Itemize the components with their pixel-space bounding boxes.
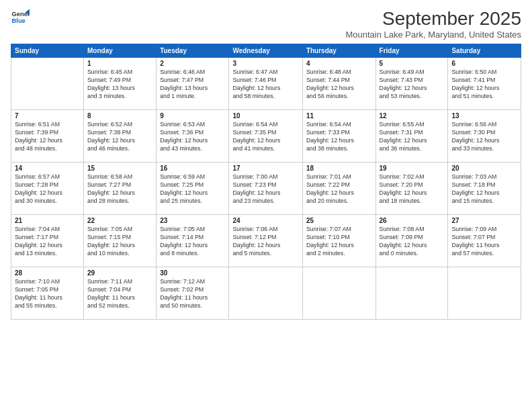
day-number: 8 <box>87 112 152 120</box>
week-row-3: 14Sunrise: 6:57 AM Sunset: 7:28 PM Dayli… <box>11 163 521 215</box>
cell-w2-d1: 7Sunrise: 6:51 AM Sunset: 7:39 PM Daylig… <box>11 110 84 163</box>
cell-w2-d5: 11Sunrise: 6:54 AM Sunset: 7:33 PM Dayli… <box>302 110 375 163</box>
day-info: Sunrise: 6:49 AM Sunset: 7:43 PM Dayligh… <box>380 68 445 101</box>
day-number: 13 <box>451 112 517 120</box>
logo: General Blue <box>11 8 30 27</box>
day-number: 16 <box>160 165 225 172</box>
header-row: Sunday Monday Tuesday Wednesday Thursday… <box>11 44 521 58</box>
day-number: 27 <box>451 217 517 224</box>
cell-w2-d2: 8Sunrise: 6:52 AM Sunset: 7:38 PM Daylig… <box>84 110 157 163</box>
day-info: Sunrise: 6:52 AM Sunset: 7:38 PM Dayligh… <box>87 121 152 153</box>
day-info: Sunrise: 6:45 AM Sunset: 7:49 PM Dayligh… <box>87 68 152 101</box>
day-number: 18 <box>306 165 372 172</box>
title-area: September 2025 Mountain Lake Park, Maryl… <box>345 8 521 40</box>
cell-w5-d4 <box>229 267 302 320</box>
cell-w1-d1 <box>11 58 84 110</box>
cell-w3-d5: 18Sunrise: 7:01 AM Sunset: 7:22 PM Dayli… <box>302 163 375 215</box>
day-info: Sunrise: 7:03 AM Sunset: 7:18 PM Dayligh… <box>451 173 517 205</box>
calendar-table: Sunday Monday Tuesday Wednesday Thursday… <box>11 44 521 320</box>
day-number: 4 <box>306 60 372 67</box>
day-number: 9 <box>160 112 225 120</box>
cell-w5-d6 <box>375 267 448 320</box>
col-tuesday: Tuesday <box>157 44 229 58</box>
day-info: Sunrise: 6:53 AM Sunset: 7:36 PM Dayligh… <box>160 121 225 153</box>
cell-w3-d2: 15Sunrise: 6:58 AM Sunset: 7:27 PM Dayli… <box>84 163 157 215</box>
week-row-2: 7Sunrise: 6:51 AM Sunset: 7:39 PM Daylig… <box>11 110 521 163</box>
logo-icon: General Blue <box>11 8 30 27</box>
day-info: Sunrise: 6:59 AM Sunset: 7:25 PM Dayligh… <box>160 173 225 205</box>
cell-w1-d7: 6Sunrise: 6:50 AM Sunset: 7:41 PM Daylig… <box>448 58 521 110</box>
day-info: Sunrise: 6:50 AM Sunset: 7:41 PM Dayligh… <box>451 68 517 101</box>
day-info: Sunrise: 6:55 AM Sunset: 7:31 PM Dayligh… <box>380 121 445 153</box>
day-info: Sunrise: 7:07 AM Sunset: 7:10 PM Dayligh… <box>306 226 372 258</box>
cell-w4-d4: 24Sunrise: 7:06 AM Sunset: 7:12 PM Dayli… <box>229 215 302 267</box>
day-info: Sunrise: 7:08 AM Sunset: 7:09 PM Dayligh… <box>380 226 445 258</box>
day-info: Sunrise: 6:51 AM Sunset: 7:39 PM Dayligh… <box>15 121 80 153</box>
day-number: 30 <box>160 269 225 277</box>
cell-w3-d1: 14Sunrise: 6:57 AM Sunset: 7:28 PM Dayli… <box>11 163 84 215</box>
day-number: 23 <box>160 217 225 224</box>
col-thursday: Thursday <box>302 44 375 58</box>
col-monday: Monday <box>84 44 157 58</box>
day-info: Sunrise: 6:54 AM Sunset: 7:33 PM Dayligh… <box>306 121 372 153</box>
day-number: 12 <box>380 112 445 120</box>
cell-w1-d2: 1Sunrise: 6:45 AM Sunset: 7:49 PM Daylig… <box>84 58 157 110</box>
day-number: 11 <box>306 112 372 120</box>
day-number: 2 <box>160 60 225 67</box>
cell-w3-d3: 16Sunrise: 6:59 AM Sunset: 7:25 PM Dayli… <box>157 163 229 215</box>
cell-w2-d3: 9Sunrise: 6:53 AM Sunset: 7:36 PM Daylig… <box>157 110 229 163</box>
day-info: Sunrise: 7:02 AM Sunset: 7:20 PM Dayligh… <box>380 173 445 205</box>
cell-w1-d3: 2Sunrise: 6:46 AM Sunset: 7:47 PM Daylig… <box>157 58 229 110</box>
day-number: 28 <box>15 269 80 277</box>
day-number: 5 <box>380 60 445 67</box>
cell-w3-d7: 20Sunrise: 7:03 AM Sunset: 7:18 PM Dayli… <box>448 163 521 215</box>
col-friday: Friday <box>375 44 448 58</box>
cell-w4-d1: 21Sunrise: 7:04 AM Sunset: 7:17 PM Dayli… <box>11 215 84 267</box>
svg-text:Blue: Blue <box>12 17 26 24</box>
cell-w2-d4: 10Sunrise: 6:54 AM Sunset: 7:35 PM Dayli… <box>229 110 302 163</box>
cell-w4-d2: 22Sunrise: 7:05 AM Sunset: 7:15 PM Dayli… <box>84 215 157 267</box>
day-number: 24 <box>232 217 298 224</box>
day-info: Sunrise: 7:01 AM Sunset: 7:22 PM Dayligh… <box>306 173 372 205</box>
day-number: 20 <box>451 165 517 172</box>
cell-w5-d5 <box>302 267 375 320</box>
day-number: 1 <box>87 60 152 67</box>
day-number: 25 <box>306 217 372 224</box>
cell-w2-d7: 13Sunrise: 6:56 AM Sunset: 7:30 PM Dayli… <box>448 110 521 163</box>
day-info: Sunrise: 7:10 AM Sunset: 7:05 PM Dayligh… <box>15 278 80 310</box>
day-info: Sunrise: 6:46 AM Sunset: 7:47 PM Dayligh… <box>160 68 225 101</box>
week-row-4: 21Sunrise: 7:04 AM Sunset: 7:17 PM Dayli… <box>11 215 521 267</box>
col-saturday: Saturday <box>448 44 521 58</box>
day-info: Sunrise: 6:54 AM Sunset: 7:35 PM Dayligh… <box>232 121 298 153</box>
day-info: Sunrise: 7:09 AM Sunset: 7:07 PM Dayligh… <box>451 226 517 258</box>
day-info: Sunrise: 6:58 AM Sunset: 7:27 PM Dayligh… <box>87 173 152 205</box>
day-info: Sunrise: 6:57 AM Sunset: 7:28 PM Dayligh… <box>15 173 80 205</box>
day-number: 26 <box>380 217 445 224</box>
day-info: Sunrise: 6:56 AM Sunset: 7:30 PM Dayligh… <box>451 121 517 153</box>
location-subtitle: Mountain Lake Park, Maryland, United Sta… <box>345 30 521 40</box>
cell-w1-d4: 3Sunrise: 6:47 AM Sunset: 7:46 PM Daylig… <box>229 58 302 110</box>
col-wednesday: Wednesday <box>229 44 302 58</box>
day-info: Sunrise: 7:11 AM Sunset: 7:04 PM Dayligh… <box>87 278 152 310</box>
day-number: 29 <box>87 269 152 277</box>
calendar-page: General Blue September 2025 Mountain Lak… <box>0 0 532 411</box>
cell-w5-d1: 28Sunrise: 7:10 AM Sunset: 7:05 PM Dayli… <box>11 267 84 320</box>
day-info: Sunrise: 7:05 AM Sunset: 7:14 PM Dayligh… <box>160 226 225 258</box>
day-number: 17 <box>232 165 298 172</box>
day-info: Sunrise: 7:00 AM Sunset: 7:23 PM Dayligh… <box>232 173 298 205</box>
col-sunday: Sunday <box>11 44 84 58</box>
week-row-1: 1Sunrise: 6:45 AM Sunset: 7:49 PM Daylig… <box>11 58 521 110</box>
day-info: Sunrise: 7:12 AM Sunset: 7:02 PM Dayligh… <box>160 278 225 310</box>
day-info: Sunrise: 7:04 AM Sunset: 7:17 PM Dayligh… <box>15 226 80 258</box>
day-info: Sunrise: 6:47 AM Sunset: 7:46 PM Dayligh… <box>232 68 298 101</box>
day-number: 7 <box>15 112 80 120</box>
week-row-5: 28Sunrise: 7:10 AM Sunset: 7:05 PM Dayli… <box>11 267 521 320</box>
cell-w5-d7 <box>448 267 521 320</box>
day-info: Sunrise: 7:05 AM Sunset: 7:15 PM Dayligh… <box>87 226 152 258</box>
cell-w5-d3: 30Sunrise: 7:12 AM Sunset: 7:02 PM Dayli… <box>157 267 229 320</box>
day-info: Sunrise: 7:06 AM Sunset: 7:12 PM Dayligh… <box>232 226 298 258</box>
cell-w5-d2: 29Sunrise: 7:11 AM Sunset: 7:04 PM Dayli… <box>84 267 157 320</box>
day-number: 19 <box>380 165 445 172</box>
day-number: 6 <box>451 60 517 67</box>
cell-w2-d6: 12Sunrise: 6:55 AM Sunset: 7:31 PM Dayli… <box>375 110 448 163</box>
